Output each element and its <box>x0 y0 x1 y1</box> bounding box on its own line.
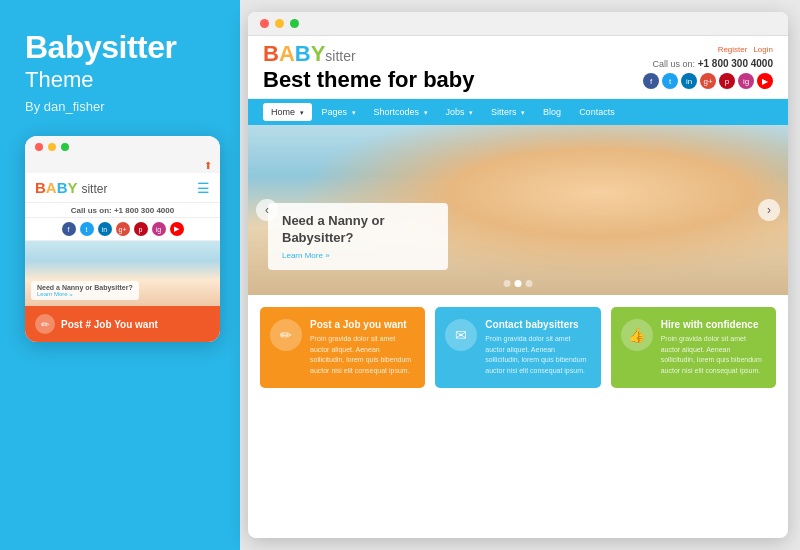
card-hire: 👍 Hire with confidence Proin gravida dol… <box>611 307 776 388</box>
nav-jobs[interactable]: Jobs ▾ <box>438 103 482 121</box>
site-pinterest-icon[interactable]: p <box>719 73 735 89</box>
mobile-top-bar <box>25 136 220 158</box>
site-nav: Home ▾ Pages ▾ Shortcodes ▾ Jobs ▾ Sitte… <box>248 99 788 125</box>
hero-next-arrow[interactable]: › <box>758 199 780 221</box>
mobile-hero-overlay: Need a Nanny or Babysitter? Learn More » <box>31 281 139 300</box>
browser-window: BABYsitter Best theme for baby Register … <box>248 12 788 538</box>
contact-content: Contact babysitters Proin gravida dolor … <box>485 319 590 376</box>
mobile-logo: BABY sitter <box>35 179 107 196</box>
post-job-content: Post a Job you want Proin gravida dolor … <box>310 319 415 376</box>
site-facebook-icon[interactable]: f <box>643 73 659 89</box>
author-label: By dan_fisher <box>25 99 220 114</box>
dot-green <box>61 143 69 151</box>
site-googleplus-icon[interactable]: g+ <box>700 73 716 89</box>
hire-title: Hire with confidence <box>661 319 766 330</box>
left-panel: Babysitter Theme By dan_fisher ⬆ BABY si… <box>0 0 240 550</box>
hero-learn-more[interactable]: Learn More » <box>282 251 434 260</box>
site-linkedin-icon[interactable]: in <box>681 73 697 89</box>
nav-sitters[interactable]: Sitters ▾ <box>483 103 533 121</box>
facebook-icon[interactable]: f <box>62 222 76 236</box>
register-link[interactable]: Register <box>718 45 748 54</box>
hero-overlay-box: Need a Nanny or Babysitter? Learn More » <box>268 203 448 270</box>
call-us: Call us on: +1 800 300 4000 <box>653 58 773 69</box>
hero-section: Need a Nanny or Babysitter? Learn More »… <box>248 125 788 295</box>
mobile-card-label: Post # Job You want <box>61 319 158 330</box>
hire-icon: 👍 <box>621 319 653 351</box>
contact-icon: ✉ <box>445 319 477 351</box>
right-panel: BABYsitter Best theme for baby Register … <box>240 0 800 550</box>
twitter-icon[interactable]: t <box>80 222 94 236</box>
dot-red <box>35 143 43 151</box>
mobile-phone: Call us on: +1 800 300 4000 <box>25 203 220 218</box>
post-job-text: Proin gravida dolor sit amet auctor aliq… <box>310 334 415 376</box>
youtube-icon[interactable]: ▶ <box>170 222 184 236</box>
nav-blog[interactable]: Blog <box>535 103 569 121</box>
hero-dots <box>504 280 533 287</box>
mobile-hero-image: Need a Nanny or Babysitter? Learn More » <box>25 241 220 306</box>
pinterest-icon[interactable]: p <box>134 222 148 236</box>
mobile-social-row: f t in g+ p ig ▶ <box>25 218 220 241</box>
address-icon: ⬆ <box>204 160 212 171</box>
nav-pages[interactable]: Pages ▾ <box>314 103 364 121</box>
header-links: Register Login <box>718 45 773 54</box>
mobile-nav-bar: BABY sitter ☰ <box>25 173 220 203</box>
site-youtube-icon[interactable]: ▶ <box>757 73 773 89</box>
nav-shortcodes[interactable]: Shortcodes ▾ <box>366 103 436 121</box>
site-instagram-icon[interactable]: ig <box>738 73 754 89</box>
site-twitter-icon[interactable]: t <box>662 73 678 89</box>
nav-contacts[interactable]: Contacts <box>571 103 623 121</box>
bottom-cards: ✏ Post a Job you want Proin gravida dolo… <box>248 295 788 398</box>
hero-title: Need a Nanny or Babysitter? <box>282 213 434 247</box>
hero-dot-2[interactable] <box>515 280 522 287</box>
browser-dot-yellow <box>275 19 284 28</box>
post-job-title: Post a Job you want <box>310 319 415 330</box>
post-job-icon: ✏ <box>270 319 302 351</box>
contact-text: Proin gravida dolor sit amet auctor aliq… <box>485 334 590 376</box>
nav-home[interactable]: Home ▾ <box>263 103 312 121</box>
hero-prev-arrow[interactable]: ‹ <box>256 199 278 221</box>
mobile-mockup: ⬆ BABY sitter ☰ Call us on: +1 800 300 4… <box>25 136 220 342</box>
browser-dot-red <box>260 19 269 28</box>
browser-dot-green <box>290 19 299 28</box>
hire-text: Proin gravida dolor sit amet auctor aliq… <box>661 334 766 376</box>
login-link[interactable]: Login <box>753 45 773 54</box>
mobile-hero-link[interactable]: Learn More » <box>37 291 133 297</box>
linkedin-icon[interactable]: in <box>98 222 112 236</box>
browser-topbar <box>248 12 788 36</box>
card-post-job: ✏ Post a Job you want Proin gravida dolo… <box>260 307 425 388</box>
dot-yellow <box>48 143 56 151</box>
mobile-address-bar: ⬆ <box>25 158 220 173</box>
site-header: BABYsitter Best theme for baby Register … <box>248 36 788 99</box>
site-header-right: Register Login Call us on: +1 800 300 40… <box>643 45 773 89</box>
site-logo: BABYsitter Best theme for baby <box>263 41 475 93</box>
hero-dot-1[interactable] <box>504 280 511 287</box>
mobile-card-icon: ✏ <box>35 314 55 334</box>
mobile-hamburger-icon[interactable]: ☰ <box>197 180 210 196</box>
hero-dot-3[interactable] <box>526 280 533 287</box>
theme-title: Babysitter Theme <box>25 30 220 93</box>
mobile-card-bottom: ✏ Post # Job You want <box>25 306 220 342</box>
googleplus-icon[interactable]: g+ <box>116 222 130 236</box>
mobile-hero-title: Need a Nanny or Babysitter? <box>37 284 133 291</box>
site-social-row: f t in g+ p ig ▶ <box>643 73 773 89</box>
instagram-icon[interactable]: ig <box>152 222 166 236</box>
hire-content: Hire with confidence Proin gravida dolor… <box>661 319 766 376</box>
card-contact: ✉ Contact babysitters Proin gravida dolo… <box>435 307 600 388</box>
contact-title: Contact babysitters <box>485 319 590 330</box>
